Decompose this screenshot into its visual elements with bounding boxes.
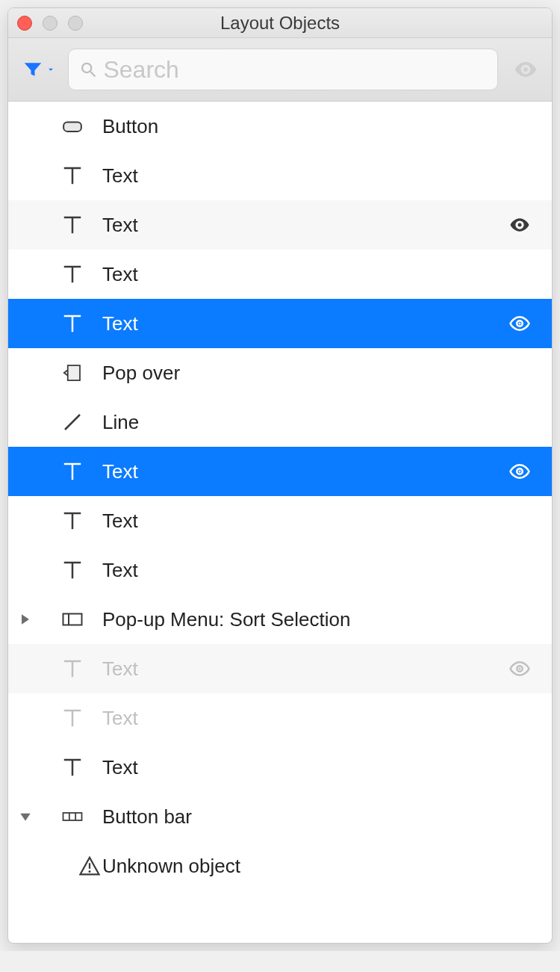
- item-label: Button: [102, 115, 501, 138]
- text-icon: [43, 510, 102, 532]
- text-icon: [43, 756, 102, 778]
- traffic-lights: [17, 16, 83, 31]
- window-zoom-button[interactable]: [68, 16, 83, 31]
- search-input[interactable]: [103, 56, 487, 84]
- visibility-icon[interactable]: [501, 657, 538, 680]
- list-item[interactable]: Text: [8, 644, 552, 693]
- item-label: Pop over: [102, 362, 501, 385]
- list-item[interactable]: Text: [8, 250, 552, 299]
- visibility-icon[interactable]: [501, 214, 538, 236]
- search-field[interactable]: [68, 49, 498, 90]
- visibility-icon[interactable]: [501, 460, 538, 483]
- line-icon: [43, 411, 102, 433]
- text-icon: [43, 657, 102, 680]
- list-item[interactable]: Text: [8, 743, 552, 792]
- list-item[interactable]: Text: [8, 545, 552, 595]
- object-list: ButtonTextTextTextTextPop overLineTextTe…: [8, 102, 552, 891]
- search-icon: [79, 60, 97, 79]
- item-label: Unknown object: [102, 855, 501, 878]
- item-label: Line: [102, 411, 501, 434]
- item-label: Text: [102, 164, 501, 188]
- text-icon: [43, 559, 102, 581]
- toggle-visibility-button[interactable]: [513, 57, 538, 82]
- window-close-button[interactable]: [17, 16, 32, 31]
- popover-icon: [43, 362, 102, 384]
- list-item[interactable]: Text: [8, 200, 552, 250]
- window-title: Layout Objects: [8, 13, 552, 34]
- text-icon: [43, 263, 102, 285]
- disclosure-triangle[interactable]: [8, 809, 43, 824]
- list-item[interactable]: Unknown object: [8, 841, 552, 891]
- text-icon: [43, 460, 102, 483]
- list-item[interactable]: Button: [8, 102, 552, 151]
- item-label: Text: [102, 510, 501, 533]
- text-icon: [43, 214, 102, 236]
- text-icon: [43, 312, 102, 335]
- item-label: Text: [102, 756, 501, 779]
- text-icon: [43, 707, 102, 729]
- footer-space: [8, 891, 552, 943]
- item-label: Text: [102, 263, 501, 286]
- disclosure-triangle[interactable]: [8, 612, 43, 627]
- item-label: Text: [102, 657, 501, 681]
- list-item[interactable]: Text: [8, 496, 552, 545]
- item-label: Text: [102, 460, 501, 483]
- list-item[interactable]: Text: [8, 447, 552, 496]
- chevron-down-icon: [46, 64, 56, 75]
- list-item[interactable]: Pop over: [8, 348, 552, 397]
- item-label: Text: [102, 312, 501, 335]
- list-item[interactable]: Text: [8, 299, 552, 348]
- button-icon: [43, 115, 102, 137]
- list-item[interactable]: Text: [8, 693, 552, 743]
- toolbar: [8, 38, 552, 102]
- filter-icon: [22, 58, 44, 81]
- layout-objects-window: Layout Objects ButtonTextTextTextTextPop…: [7, 7, 553, 944]
- window-minimize-button[interactable]: [43, 16, 57, 31]
- text-icon: [43, 164, 102, 187]
- item-label: Button bar: [102, 805, 501, 829]
- item-label: Text: [102, 707, 501, 730]
- list-item[interactable]: Button bar: [8, 792, 552, 841]
- list-item[interactable]: Text: [8, 151, 552, 200]
- item-label: Text: [102, 214, 501, 237]
- visibility-icon[interactable]: [501, 312, 538, 335]
- list-item[interactable]: Pop-up Menu: Sort Selection: [8, 595, 552, 644]
- titlebar: Layout Objects: [8, 8, 552, 38]
- filter-button[interactable]: [22, 58, 56, 81]
- item-label: Pop-up Menu: Sort Selection: [102, 608, 501, 631]
- popup-icon: [43, 608, 102, 631]
- buttonbar-icon: [43, 805, 102, 828]
- warning-icon: [43, 855, 102, 877]
- svg-line-1: [90, 72, 95, 76]
- svg-point-2: [523, 67, 528, 72]
- svg-point-0: [82, 64, 91, 72]
- list-item[interactable]: Line: [8, 397, 552, 447]
- item-label: Text: [102, 559, 501, 582]
